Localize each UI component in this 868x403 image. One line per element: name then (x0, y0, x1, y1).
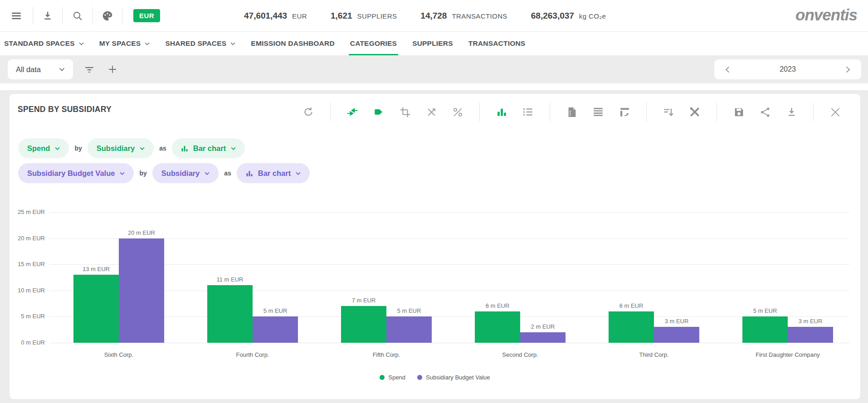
chart-bar[interactable] (475, 311, 520, 343)
save-button[interactable] (733, 106, 745, 118)
collapse-arrows-icon (346, 106, 358, 118)
sort-button[interactable] (663, 106, 674, 118)
list-view-icon (522, 106, 534, 118)
chevron-down-icon (145, 42, 150, 45)
chart-type-dropdown[interactable]: Bar chart (172, 138, 245, 158)
tab-suppliers[interactable]: SUPPLIERS (405, 32, 461, 55)
crop-button[interactable] (399, 106, 411, 118)
widget-toolbar (295, 102, 848, 121)
crop-icon (400, 107, 411, 118)
chevron-right-icon (846, 66, 850, 73)
measure-dropdown[interactable]: Spend (18, 138, 69, 158)
tab-standard-spaces[interactable]: STANDARD SPACES (0, 32, 92, 55)
tab-shared-spaces[interactable]: SHARED SPACES (157, 32, 243, 55)
currency-badge[interactable]: EUR (133, 9, 160, 22)
spend-by-subsidiary-widget: SPEND BY SUBSIDIARY (10, 94, 860, 399)
percent-button[interactable] (452, 106, 463, 118)
table-rows-button[interactable] (592, 106, 604, 118)
search-icon (72, 10, 83, 21)
bar-value-label: 11 m EUR (194, 276, 266, 283)
chevron-down-icon (296, 172, 301, 175)
search-button[interactable] (63, 7, 93, 25)
report-button[interactable] (566, 106, 578, 118)
measure-dropdown[interactable]: Subsidiary Budget Value (18, 163, 134, 183)
y-axis-tick-label: 10 m EUR (13, 287, 45, 294)
main-nav: STANDARD SPACES MY SPACES SHARED SPACES … (0, 32, 868, 55)
gridline (49, 238, 849, 239)
collapse-button[interactable] (346, 106, 358, 118)
dimension-dropdown[interactable]: Subsidiary (152, 163, 219, 183)
pivot-button[interactable] (619, 106, 630, 118)
refresh-icon (302, 106, 314, 118)
stat-label: TRANSACTIONS (452, 12, 507, 20)
export-button[interactable] (785, 106, 797, 118)
percent-icon (452, 107, 463, 118)
chart-type-label: Bar chart (258, 169, 291, 178)
next-year-button[interactable] (842, 63, 854, 75)
tab-categories[interactable]: CATEGORIES (342, 32, 405, 55)
stat-transactions: 14,728 TRANSACTIONS (420, 11, 507, 21)
bar-chart-view-button[interactable] (496, 106, 507, 118)
chart-bar[interactable] (73, 275, 119, 343)
data-scope-dropdown[interactable]: All data (8, 59, 73, 79)
add-icon (107, 64, 117, 74)
legend-item[interactable]: Spend (380, 374, 405, 381)
legend-label: Spend (388, 374, 405, 381)
add-filter-button[interactable] (106, 63, 119, 76)
close-icon (829, 106, 841, 118)
stat-value: 14,728 (420, 11, 447, 21)
chart-bar[interactable] (341, 306, 386, 343)
tab-label: EMISSION DASHBOARD (251, 39, 334, 48)
chevron-down-icon (55, 147, 60, 150)
sort-desc-icon (663, 106, 674, 118)
x-axis-category-label: First Daughter Company (721, 351, 854, 358)
query-row-spend: Spend by Subsidiary as Bar chart (18, 138, 860, 158)
query-row-budget: Subsidiary Budget Value by Subsidiary as… (18, 163, 860, 183)
tab-label: TRANSACTIONS (468, 39, 526, 48)
legend-dot (380, 375, 385, 380)
chevron-down-icon (120, 172, 125, 175)
tab-my-spaces[interactable]: MY SPACES (92, 32, 158, 55)
filter-button[interactable] (83, 63, 96, 76)
as-connector: as (159, 145, 166, 152)
download-icon (786, 107, 797, 118)
dimension-dropdown[interactable]: Subsidiary (88, 138, 154, 158)
chart-type-dropdown[interactable]: Bar chart (237, 163, 310, 183)
theme-button[interactable] (93, 7, 122, 25)
year-value: 2023 (780, 65, 796, 73)
tag-button[interactable] (373, 106, 385, 118)
chart-bar[interactable] (654, 327, 699, 343)
tab-emission-dashboard[interactable]: EMISSION DASHBOARD (243, 32, 342, 55)
dimension-label: Subsidiary (97, 144, 135, 153)
chart-bar[interactable] (788, 327, 833, 343)
download-button[interactable] (33, 7, 63, 25)
chart-bar[interactable] (520, 332, 566, 343)
stat-value: 68,263,037 (531, 11, 574, 21)
tab-label: SHARED SPACES (165, 39, 226, 48)
chevron-down-icon (231, 147, 236, 150)
chart-bar[interactable] (253, 316, 298, 343)
previous-year-button[interactable] (722, 63, 733, 75)
tools-button[interactable] (689, 106, 701, 118)
chevron-down-icon (205, 172, 210, 175)
stat-suppliers: 1,621 SUPPLIERS (331, 11, 397, 21)
share-button[interactable] (759, 106, 771, 118)
tab-label: MY SPACES (99, 39, 141, 48)
menu-button[interactable] (0, 7, 33, 25)
chart-bar[interactable] (609, 311, 654, 343)
list-view-button[interactable] (522, 106, 534, 118)
bar-chart-icon (496, 107, 507, 118)
chart-canvas: 25 m EUR20 m EUR15 m EUR10 m EUR5 m EUR0… (10, 198, 860, 393)
refresh-button[interactable] (302, 106, 314, 118)
chart-bar[interactable] (742, 316, 788, 343)
tab-transactions[interactable]: TRANSACTIONS (461, 32, 533, 55)
no-sort-button[interactable] (425, 106, 437, 118)
chart-bar[interactable] (119, 238, 164, 343)
chart-bar[interactable] (386, 316, 432, 343)
filter-icon (84, 64, 95, 75)
legend-item[interactable]: Subsidiary Budget Value (417, 374, 490, 381)
section-separator (0, 83, 868, 90)
close-widget-button[interactable] (829, 106, 841, 118)
stat-label: kg CO₂e (579, 12, 606, 20)
chart-bar[interactable] (207, 285, 253, 343)
